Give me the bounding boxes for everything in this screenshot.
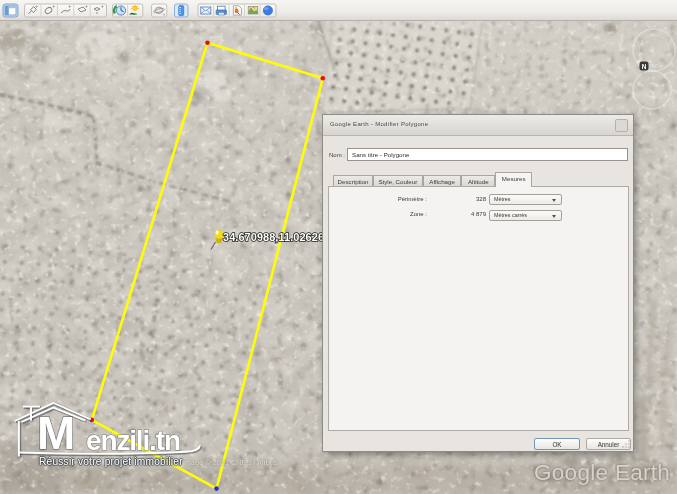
svg-text:M: M [37,407,75,459]
svg-text:+: + [52,3,56,9]
svg-text:+: + [68,3,72,9]
svg-text:34.670988,11.02626: 34.670988,11.02626 [223,231,324,243]
svg-text:+: + [101,3,105,9]
svg-text:+: + [85,3,89,9]
svg-text:+: + [35,3,39,9]
svg-text:enzili.tn: enzili.tn [86,425,181,456]
svg-text:N: N [642,63,647,70]
